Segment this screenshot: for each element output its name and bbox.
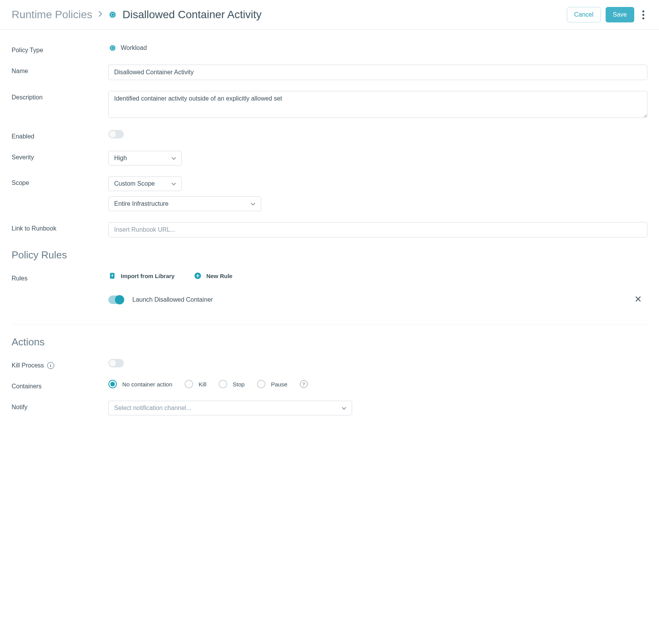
import-from-library-button[interactable]: Import from Library xyxy=(108,272,175,280)
radio-label: No container action xyxy=(122,381,172,388)
radio-label: Kill xyxy=(199,381,206,388)
radio-icon xyxy=(257,380,265,388)
rules-label: Rules xyxy=(12,272,108,282)
svg-rect-15 xyxy=(112,47,113,49)
notify-select[interactable]: Select notification channel... xyxy=(108,401,352,415)
breadcrumb: Runtime Policies Disallowed Container Ac… xyxy=(12,9,567,21)
divider xyxy=(12,324,647,325)
kill-process-label: Kill Process xyxy=(12,362,44,369)
radio-label: Stop xyxy=(233,381,245,388)
radio-no-container-action[interactable]: No container action xyxy=(108,380,172,388)
header-actions: Cancel Save xyxy=(567,7,647,22)
chevron-down-icon xyxy=(251,200,255,207)
radio-icon xyxy=(185,380,193,388)
close-icon xyxy=(635,297,641,303)
runbook-input[interactable] xyxy=(108,222,647,237)
save-button[interactable]: Save xyxy=(606,7,634,22)
policy-type-value: Workload xyxy=(108,44,147,52)
radio-kill[interactable]: Kill xyxy=(185,380,206,388)
rule-enabled-toggle[interactable] xyxy=(108,296,124,304)
plus-circle-icon xyxy=(194,272,202,280)
policy-type-text: Workload xyxy=(121,44,147,51)
help-icon[interactable]: ? xyxy=(300,380,308,388)
description-input[interactable] xyxy=(108,91,647,118)
page-title: Disallowed Container Activity xyxy=(123,9,262,21)
workload-icon xyxy=(108,10,117,19)
new-rule-label: New Rule xyxy=(206,273,233,279)
import-label: Import from Library xyxy=(121,273,175,279)
scope-target-value: Entire Infrastructure xyxy=(114,200,169,207)
enabled-toggle[interactable] xyxy=(108,130,124,138)
policy-type-label: Policy Type xyxy=(12,44,108,54)
description-label: Description xyxy=(12,91,108,101)
chevron-down-icon xyxy=(342,405,346,412)
severity-select[interactable]: High xyxy=(108,151,182,166)
more-menu-button[interactable] xyxy=(639,8,647,22)
remove-rule-button[interactable] xyxy=(633,294,644,306)
rule-name[interactable]: Launch Disallowed Container xyxy=(132,296,624,303)
runbook-label: Link to Runbook xyxy=(12,222,108,232)
name-input[interactable] xyxy=(108,65,647,80)
page-header: Runtime Policies Disallowed Container Ac… xyxy=(0,0,659,30)
policy-rules-heading: Policy Rules xyxy=(12,249,647,261)
chevron-right-icon xyxy=(98,10,103,20)
kill-process-toggle[interactable] xyxy=(108,359,124,367)
notify-label: Notify xyxy=(12,401,108,411)
breadcrumb-root[interactable]: Runtime Policies xyxy=(12,9,92,21)
scope-label: Scope xyxy=(12,176,108,186)
actions-heading: Actions xyxy=(12,336,647,348)
containers-label: Containers xyxy=(12,380,108,390)
chevron-down-icon xyxy=(171,180,176,187)
radio-icon xyxy=(108,380,117,388)
cancel-button[interactable]: Cancel xyxy=(567,7,601,22)
info-icon[interactable]: i xyxy=(47,362,54,369)
radio-icon xyxy=(219,380,227,388)
severity-value: High xyxy=(114,155,127,162)
scope-value: Custom Scope xyxy=(114,180,155,187)
import-icon xyxy=(108,272,116,280)
new-rule-button[interactable]: New Rule xyxy=(194,272,233,280)
name-label: Name xyxy=(12,65,108,75)
svg-rect-1 xyxy=(112,14,113,15)
workload-icon xyxy=(108,44,117,52)
rule-item: Launch Disallowed Container xyxy=(108,291,647,308)
radio-pause[interactable]: Pause xyxy=(257,380,288,388)
notify-placeholder: Select notification channel... xyxy=(114,405,191,412)
radio-label: Pause xyxy=(271,381,288,388)
scope-target-select[interactable]: Entire Infrastructure xyxy=(108,196,261,211)
radio-stop[interactable]: Stop xyxy=(219,380,245,388)
severity-label: Severity xyxy=(12,151,108,161)
scope-select[interactable]: Custom Scope xyxy=(108,176,182,191)
enabled-label: Enabled xyxy=(12,130,108,140)
chevron-down-icon xyxy=(171,155,176,162)
container-action-radio-group: No container action Kill Stop Pause ? xyxy=(108,380,647,388)
